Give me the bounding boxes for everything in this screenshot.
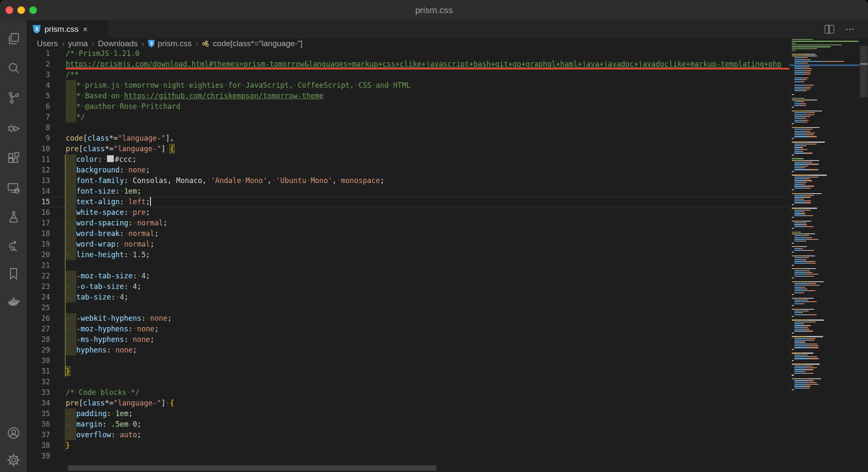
code-line-39[interactable]: 39 <box>27 451 789 461</box>
code-line-3[interactable]: 3/** <box>27 69 789 80</box>
line-number[interactable]: 37 <box>27 430 50 440</box>
code-line-18[interactable]: 18→word-break:·normal; <box>27 228 789 239</box>
code-line-8[interactable]: 8 <box>27 122 789 133</box>
code-line-21[interactable]: 21 <box>27 260 789 271</box>
line-number[interactable]: 19 <box>27 239 50 250</box>
code-line-37[interactable]: 37→overflow:·auto; <box>27 430 789 440</box>
activity-live-share-icon[interactable] <box>0 232 27 259</box>
activity-bookmarks-icon[interactable] <box>0 260 27 287</box>
code-line-22[interactable]: 22→-moz-tab-size:·4; <box>27 271 789 281</box>
line-number[interactable]: 34 <box>27 398 50 408</box>
code-line-30[interactable]: 30 <box>27 355 789 366</box>
activity-run-debug-icon[interactable] <box>0 114 27 141</box>
code-line-20[interactable]: 20→line-height:·1.5; <box>27 250 789 260</box>
line-number[interactable]: 21 <box>27 260 50 271</box>
line-number[interactable]: 29 <box>27 345 50 355</box>
line-number[interactable]: 3 <box>27 69 50 80</box>
tab-close-icon[interactable]: × <box>83 25 88 34</box>
line-number[interactable]: 30 <box>27 355 50 366</box>
activity-testing-icon[interactable] <box>0 203 27 230</box>
activity-source-control-icon[interactable] <box>0 84 27 111</box>
line-number[interactable]: 14 <box>27 186 50 197</box>
line-number[interactable]: 27 <box>27 324 50 334</box>
line-number[interactable]: 2 <box>27 59 50 69</box>
code-line-32[interactable]: 32 <box>27 377 789 387</box>
line-number[interactable]: 10 <box>27 144 50 154</box>
line-number[interactable]: 17 <box>27 218 50 228</box>
code-line-27[interactable]: 27→-moz-hyphens:·none; <box>27 324 789 334</box>
line-number[interactable]: 31 <box>27 366 50 377</box>
code-line-36[interactable]: 36→margin:·.5em·0; <box>27 419 789 430</box>
minimap[interactable] <box>789 38 860 472</box>
code-line-4[interactable]: 4·*·prism.js·tomorrow·night·eighties·for… <box>27 80 789 91</box>
code-line-2[interactable]: 2https://prismjs.com/download.html#theme… <box>27 59 789 69</box>
line-number[interactable]: 7 <box>27 112 50 122</box>
scrollbar-slider[interactable] <box>860 46 868 97</box>
line-number[interactable]: 23 <box>27 281 50 292</box>
line-number[interactable]: 1 <box>27 48 50 59</box>
line-number[interactable]: 20 <box>27 250 50 260</box>
breadcrumb-item[interactable]: code[class*="language-"] <box>202 39 303 48</box>
tab-prism-css[interactable]: 3 prism.css × <box>27 20 108 38</box>
line-number[interactable]: 9 <box>27 133 50 144</box>
line-number[interactable]: 35 <box>27 408 50 419</box>
code-line-35[interactable]: 35→padding:·1em; <box>27 408 789 419</box>
line-number[interactable]: 22 <box>27 271 50 281</box>
code-line-7[interactable]: 7·*/ <box>27 112 789 122</box>
line-number[interactable]: 26 <box>27 313 50 324</box>
line-number[interactable]: 32 <box>27 377 50 387</box>
line-number[interactable]: 5 <box>27 91 50 101</box>
code-line-16[interactable]: 16→white-space:·pre; <box>27 207 789 218</box>
line-number[interactable]: 39 <box>27 451 50 461</box>
code-line-19[interactable]: 19→word-wrap:·normal; <box>27 239 789 250</box>
line-number[interactable]: 8 <box>27 122 50 133</box>
line-number[interactable]: 38 <box>27 440 50 451</box>
code-line-1[interactable]: 1/*·PrismJS·1.21.0 <box>27 48 789 59</box>
line-number[interactable]: 11 <box>27 154 50 165</box>
code-line-17[interactable]: 17→word-spacing:·normal; <box>27 218 789 228</box>
code-line-33[interactable]: 33/*·Code·blocks·*/ <box>27 387 789 398</box>
breadcrumb-item[interactable]: yuma <box>68 39 88 48</box>
code-line-25[interactable]: 25 <box>27 303 789 313</box>
code-line-31[interactable]: 31} <box>27 366 789 377</box>
code-line-29[interactable]: 29→hyphens:·none; <box>27 345 789 355</box>
line-number[interactable]: 28 <box>27 334 50 345</box>
code-line-13[interactable]: 13→font-family:·Consolas,·Monaco,·'Andal… <box>27 175 789 186</box>
code-line-28[interactable]: 28→-ms-hyphens:·none; <box>27 334 789 345</box>
activity-docker-icon[interactable] <box>0 288 27 315</box>
line-number[interactable]: 6 <box>27 101 50 112</box>
code-line-15[interactable]: 15→text-align:·left; <box>27 197 789 207</box>
code-line-6[interactable]: 6·*·@author·Rose·Pritchard <box>27 101 789 112</box>
line-number[interactable]: 4 <box>27 80 50 91</box>
code-line-14[interactable]: 14→font-size:·1em; <box>27 186 789 197</box>
code-editor[interactable]: 1/*·PrismJS·1.21.02https://prismjs.com/d… <box>27 48 789 472</box>
line-number[interactable]: 16 <box>27 207 50 218</box>
code-line-26[interactable]: 26→-webkit-hyphens:·none; <box>27 313 789 324</box>
breadcrumb-item[interactable]: Downloads <box>98 39 138 48</box>
line-number[interactable]: 12 <box>27 165 50 175</box>
activity-explorer-icon[interactable] <box>0 25 27 52</box>
code-line-10[interactable]: 10pre[class*="language-"]·{ <box>27 144 789 154</box>
activity-accounts-icon[interactable] <box>0 419 27 446</box>
overview-ruler[interactable] <box>860 38 868 472</box>
breadcrumb-item[interactable]: 3prism.css <box>148 39 192 48</box>
code-line-5[interactable]: 5·*·Based·on·https://github.com/chriskem… <box>27 91 789 101</box>
activity-search-icon[interactable] <box>0 54 27 81</box>
code-line-9[interactable]: 9code[class*="language-"], <box>27 133 789 144</box>
activity-extensions-icon[interactable] <box>0 145 27 172</box>
code-line-24[interactable]: 24→tab-size:·4; <box>27 292 789 303</box>
line-number[interactable]: 15 <box>27 197 50 207</box>
code-line-38[interactable]: 38} <box>27 440 789 451</box>
line-number[interactable]: 18 <box>27 228 50 239</box>
activity-remote-explorer-icon[interactable] <box>0 175 27 201</box>
line-number[interactable]: 24 <box>27 292 50 303</box>
split-editor-icon[interactable] <box>825 25 834 33</box>
code-line-12[interactable]: 12→background:·none; <box>27 165 789 175</box>
code-line-34[interactable]: 34pre[class*="language-"]·{ <box>27 398 789 408</box>
line-number[interactable]: 36 <box>27 419 50 430</box>
line-number[interactable]: 33 <box>27 387 50 398</box>
code-line-11[interactable]: 11→color:·#ccc; <box>27 154 789 165</box>
code-line-23[interactable]: 23→-o-tab-size:·4; <box>27 281 789 292</box>
horizontal-scrollbar[interactable] <box>68 465 437 471</box>
activity-settings-gear-icon[interactable] <box>0 447 27 472</box>
